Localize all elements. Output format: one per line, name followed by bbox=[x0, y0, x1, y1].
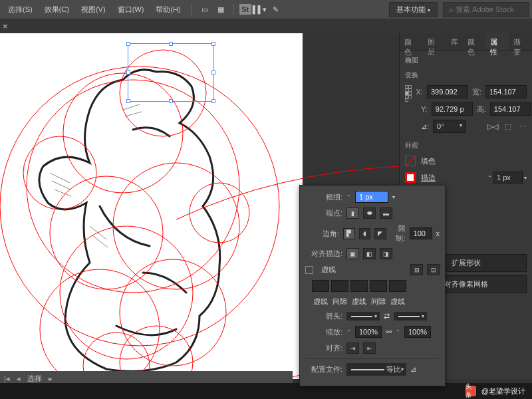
tab-layers[interactable]: 图层 bbox=[423, 33, 446, 50]
swap-arrows-icon[interactable]: ⇄ bbox=[384, 312, 390, 321]
align-outside-icon[interactable]: ◨ bbox=[380, 248, 392, 259]
h-label: 高: bbox=[477, 104, 486, 114]
tab-library[interactable]: 库 bbox=[446, 33, 463, 50]
cap-label: 端点: bbox=[305, 208, 342, 218]
y-field[interactable] bbox=[432, 102, 473, 116]
current-tool: 选择 bbox=[27, 374, 42, 384]
tab-properties[interactable]: 属性 bbox=[485, 33, 509, 50]
scale-a: 100% bbox=[355, 326, 382, 338]
svg-point-1 bbox=[27, 80, 239, 293]
align-center-icon[interactable]: ▣ bbox=[346, 248, 359, 259]
dl0: 虚线 bbox=[312, 297, 329, 307]
main-area: 颜色 图层 库 颜色 属性 渐变 椭圆 变换 X: 宽: Y: bbox=[0, 33, 532, 379]
stroke-width-field[interactable]: 1 px bbox=[493, 172, 523, 184]
x-field[interactable] bbox=[427, 85, 468, 98]
menu-view[interactable]: 视图(V) bbox=[76, 2, 111, 17]
dashed-checkbox[interactable] bbox=[305, 266, 313, 274]
separator bbox=[233, 4, 234, 15]
corner-round-icon[interactable]: ◖ bbox=[359, 228, 371, 239]
fill-label: 填色 bbox=[421, 156, 436, 166]
tab-gradient[interactable]: 渐变 bbox=[509, 33, 532, 50]
menu-select[interactable]: 选择(S) bbox=[3, 2, 38, 17]
limit-unit: x bbox=[436, 229, 440, 237]
flip-v-icon[interactable]: ⬚ bbox=[505, 122, 511, 131]
menu-help[interactable]: 帮助(H) bbox=[150, 2, 186, 17]
fill-swatch-icon[interactable] bbox=[405, 156, 416, 166]
reference-point-icon[interactable] bbox=[405, 85, 412, 98]
gap1 bbox=[331, 280, 348, 292]
arrow-end[interactable]: ▾ bbox=[394, 312, 427, 321]
st-icon[interactable]: St bbox=[239, 4, 251, 15]
dl1: 间隙 bbox=[331, 297, 348, 307]
h-field[interactable] bbox=[490, 102, 531, 116]
dashed-label: 虚线 bbox=[321, 265, 336, 275]
panel-tabs: 颜色 图层 库 颜色 属性 渐变 bbox=[400, 33, 532, 51]
flip-profile-icon[interactable]: ⊿ bbox=[410, 365, 416, 374]
dash1 bbox=[312, 280, 329, 292]
doc-icon[interactable]: ▭ bbox=[198, 2, 212, 17]
close-tab-icon[interactable]: × bbox=[3, 21, 8, 31]
corner-label: 边角: bbox=[305, 229, 339, 239]
svg-point-8 bbox=[120, 259, 226, 366]
menu-effect[interactable]: 效果(C) bbox=[39, 2, 74, 17]
aa2-icon: ⇤ bbox=[363, 342, 376, 354]
profile-dropdown[interactable]: 等比▾ bbox=[346, 363, 406, 376]
stroke-floating-panel: 粗细: ⌃ ▾ 端点: ▮ ⬬ ▬ 边角: ▛ ◖ ◤ 限制: x 对齐描边: … bbox=[299, 185, 446, 386]
menubar: 选择(S) 效果(C) 视图(V) 窗口(W) 帮助(H) ▭ ▦ St ▌▌▾… bbox=[0, 0, 532, 19]
more-icon[interactable]: ⋯ bbox=[519, 122, 527, 131]
next-artboard-icon[interactable]: ▸ bbox=[49, 374, 53, 383]
selection-bounding-box[interactable] bbox=[128, 43, 214, 102]
arrow-start[interactable]: ▾ bbox=[346, 312, 380, 321]
menu-window[interactable]: 窗口(W) bbox=[112, 2, 150, 17]
corner-bevel-icon[interactable]: ◤ bbox=[374, 228, 386, 239]
shape-type-label: 椭圆 bbox=[405, 56, 527, 65]
tab-color2[interactable]: 颜色 bbox=[463, 33, 486, 50]
toutiao-logo-icon: 头条 bbox=[466, 386, 476, 396]
appearance-title: 外观 bbox=[405, 141, 527, 150]
scale-b: 100% bbox=[404, 326, 431, 338]
arrow-label: 箭头: bbox=[305, 311, 342, 321]
y-label: Y: bbox=[421, 105, 428, 113]
w-label: 宽: bbox=[472, 87, 481, 97]
angle-field[interactable]: 0°▾ bbox=[433, 120, 466, 133]
dash-opt1-icon[interactable]: ⊟ bbox=[410, 264, 423, 275]
dl3: 间隙 bbox=[370, 297, 387, 307]
align-arrow-label: 对齐: bbox=[305, 343, 342, 353]
align-inside-icon[interactable]: ◧ bbox=[363, 248, 376, 259]
svg-point-9 bbox=[40, 269, 160, 379]
flip-h-icon[interactable]: ▷◁ bbox=[487, 122, 498, 131]
watermark: 头条 @老梁学设计 bbox=[0, 383, 532, 399]
cap-round-icon[interactable]: ⬬ bbox=[363, 207, 376, 219]
brush-icon[interactable]: ✎ bbox=[269, 2, 283, 17]
document-tabbar: × bbox=[0, 19, 532, 33]
separator bbox=[192, 4, 192, 15]
weight-field[interactable] bbox=[355, 191, 388, 203]
link-scale-icon[interactable]: ⚯ bbox=[386, 328, 392, 336]
transform-title: 变换 bbox=[405, 70, 527, 80]
svg-point-12 bbox=[190, 183, 249, 243]
corner-miter-icon[interactable]: ▛ bbox=[343, 228, 355, 239]
workspace-switcher[interactable]: 基本功能 ▾ bbox=[389, 2, 438, 17]
tab-color[interactable]: 颜色 bbox=[400, 33, 423, 50]
limit-label: 限制: bbox=[390, 223, 406, 243]
limit-field[interactable] bbox=[410, 227, 432, 239]
dash3 bbox=[389, 280, 406, 292]
w-field[interactable] bbox=[485, 85, 527, 98]
prev-artboard-icon[interactable]: ◂ bbox=[17, 374, 21, 383]
angle-label: ⊿: bbox=[421, 122, 429, 131]
scale-label: 缩放: bbox=[305, 327, 342, 337]
grid-icon[interactable]: ▦ bbox=[213, 2, 228, 17]
first-artboard-icon[interactable]: |◂ bbox=[4, 374, 10, 383]
weight-label: 粗细: bbox=[305, 192, 342, 202]
stroke-label[interactable]: 描边 bbox=[421, 173, 436, 183]
cap-butt-icon[interactable]: ▮ bbox=[346, 207, 359, 219]
layout-icon[interactable]: ▌▌▾ bbox=[253, 2, 267, 17]
dash-opt2-icon[interactable]: ⊡ bbox=[427, 264, 440, 275]
stock-search[interactable]: ⌕ 搜索 Adobe Stock bbox=[443, 2, 529, 17]
stroke-swatch-icon[interactable] bbox=[405, 172, 416, 183]
dl4: 虚线 bbox=[389, 297, 406, 307]
aa1-icon: ⇥ bbox=[346, 342, 359, 354]
dl2: 虚线 bbox=[350, 297, 368, 307]
watermark-text: @老梁学设计 bbox=[481, 386, 525, 396]
cap-square-icon[interactable]: ▬ bbox=[380, 207, 392, 219]
